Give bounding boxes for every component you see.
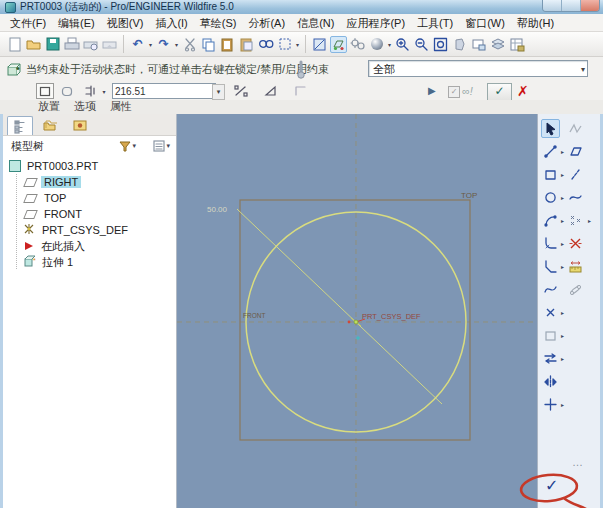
move-resize-flyout-icon[interactable]: ▸ (559, 401, 566, 408)
move-resize-tool[interactable] (541, 395, 560, 414)
sketch-done-button[interactable]: ✓ (545, 476, 558, 495)
rectangle-flyout-icon[interactable]: ▸ (559, 171, 566, 178)
find-icon[interactable] (257, 36, 274, 53)
select-tool[interactable] (541, 119, 560, 138)
open-file-icon[interactable] (25, 36, 42, 53)
copy-icon[interactable] (200, 36, 217, 53)
tree-show-button[interactable]: ▾ (118, 138, 136, 154)
zoom-out-icon[interactable] (413, 36, 430, 53)
shaded-view-dropdown-icon[interactable]: ▾ (386, 41, 393, 48)
tree-item-csys[interactable]: PRT_CSYS_DEF (3, 222, 176, 238)
resume-button[interactable]: ▶ (428, 83, 436, 100)
sketch-canvas[interactable]: 50.00 TOP FRONT PRT_CSYS_DEF (177, 114, 537, 508)
save-icon[interactable] (44, 36, 61, 53)
trim-flyout-icon[interactable]: ▸ (559, 355, 566, 362)
menu-file[interactable]: 文件(F) (4, 14, 52, 32)
tree-item-extrude[interactable]: * 拉伸 1 (3, 254, 176, 270)
send-icon[interactable] (101, 36, 118, 53)
shaded-view-icon[interactable] (368, 36, 385, 53)
undo-dropdown-icon[interactable]: ▾ (147, 41, 154, 48)
value-history-dropdown-icon[interactable]: ▾ (212, 84, 225, 100)
diameter-dimension-line[interactable] (237, 209, 442, 404)
dimension-tool[interactable] (566, 257, 585, 276)
close-button[interactable] (581, 0, 599, 11)
line-tool[interactable] (541, 142, 560, 161)
circle-tool[interactable] (541, 188, 560, 207)
menu-sketch[interactable]: 草绘(S) (194, 14, 243, 32)
dimension-label[interactable]: 50.00 (207, 205, 228, 214)
menu-tools[interactable]: 工具(T) (411, 14, 459, 32)
sketch-view-icon[interactable] (311, 36, 328, 53)
corner-option-icon[interactable] (292, 83, 310, 99)
use-edge-flyout-icon[interactable]: ▸ (559, 332, 566, 339)
points-flyout-icon[interactable]: ▸ (586, 217, 593, 224)
corner-rect-button[interactable] (36, 83, 54, 99)
menu-view[interactable]: 视图(V) (101, 14, 150, 32)
maximize-button[interactable] (562, 0, 581, 11)
layers-icon[interactable] (489, 36, 506, 53)
taper-option-icon[interactable] (262, 83, 280, 99)
tab-properties[interactable]: 属性 (110, 100, 132, 113)
delete-constraint-tool[interactable] (566, 234, 585, 253)
slope-option-icon[interactable] (232, 83, 250, 99)
tab-placement[interactable]: 放置 (38, 100, 60, 113)
tree-settings-button[interactable]: ▾ (152, 138, 170, 154)
circle-flyout-icon[interactable]: ▸ (559, 194, 566, 201)
tree-item-part[interactable]: PRT0003.PRT (3, 158, 176, 174)
cancel-button[interactable]: ✗ (517, 83, 529, 100)
print-preview-icon[interactable] (82, 36, 99, 53)
spline-tool[interactable] (541, 280, 560, 299)
cut-icon[interactable] (181, 36, 198, 53)
fillet-flyout-icon[interactable]: ▸ (559, 240, 566, 247)
orient-mode-icon[interactable] (451, 36, 468, 53)
view-manager-icon[interactable] (508, 36, 525, 53)
menu-insert[interactable]: 插入(I) (149, 14, 193, 32)
tree-item-top-plane[interactable]: TOP (3, 190, 176, 206)
menu-edit[interactable]: 编辑(E) (52, 14, 101, 32)
tab-folder-browser[interactable] (37, 116, 63, 135)
verify-glasses-icon[interactable]: ∞! (462, 83, 473, 100)
fillet-tool[interactable] (541, 234, 560, 253)
menu-help[interactable]: 帮助(H) (511, 14, 560, 32)
centerline-tool[interactable] (566, 165, 585, 184)
trim-tool[interactable] (541, 349, 560, 368)
arc-flyout-icon[interactable]: ▸ (559, 217, 566, 224)
rectangle-tool[interactable] (541, 165, 560, 184)
select-box-icon[interactable] (276, 36, 293, 53)
menu-analysis[interactable]: 分析(A) (242, 14, 291, 32)
ok-button[interactable]: ✓ (487, 83, 512, 101)
constraint-filter-select[interactable]: 全部 ▾ (368, 60, 588, 77)
undo-icon[interactable]: ↶ (129, 36, 146, 53)
curve-tool[interactable] (566, 188, 585, 207)
zoom-fit-icon[interactable] (432, 36, 449, 53)
point-tool[interactable] (541, 303, 560, 322)
coordinate-points-tool[interactable] (566, 211, 585, 230)
dimension-dropdown-icon[interactable]: ▾ (99, 83, 109, 99)
paste-icon[interactable] (219, 36, 236, 53)
preview-checkbox[interactable]: ✓ (448, 86, 460, 98)
parallelogram-tool[interactable] (566, 142, 585, 161)
chamfer-tool[interactable] (541, 257, 560, 276)
select-box-dropdown-icon[interactable]: ▾ (294, 41, 301, 48)
paste-special-icon[interactable] (238, 36, 255, 53)
csys-marker[interactable] (348, 318, 365, 340)
tree-item-insert-here[interactable]: 在此插入 (3, 238, 176, 254)
datum-display-icon[interactable] (330, 36, 347, 53)
chamfer-flyout-icon[interactable]: ▸ (559, 263, 566, 270)
use-edge-tool[interactable] (541, 326, 560, 345)
print-icon[interactable] (63, 36, 80, 53)
menu-window[interactable]: 窗口(W) (459, 14, 511, 32)
saved-views-icon[interactable] (470, 36, 487, 53)
tab-favorites[interactable] (67, 116, 93, 135)
point-flyout-icon[interactable]: ▸ (559, 309, 566, 316)
mirror-tool[interactable] (541, 372, 560, 391)
arc-tool[interactable] (541, 211, 560, 230)
tree-item-right-plane[interactable]: RIGHT (3, 174, 176, 190)
tab-options[interactable]: 选项 (74, 100, 96, 113)
rounded-rect-button[interactable] (58, 83, 76, 99)
tab-model-tree[interactable] (7, 116, 33, 135)
chevron-down-icon[interactable]: ▾ (581, 61, 585, 78)
new-file-icon[interactable] (6, 36, 23, 53)
dimension-orient-button[interactable] (82, 83, 100, 99)
sketcher-display-icon[interactable] (349, 36, 366, 53)
